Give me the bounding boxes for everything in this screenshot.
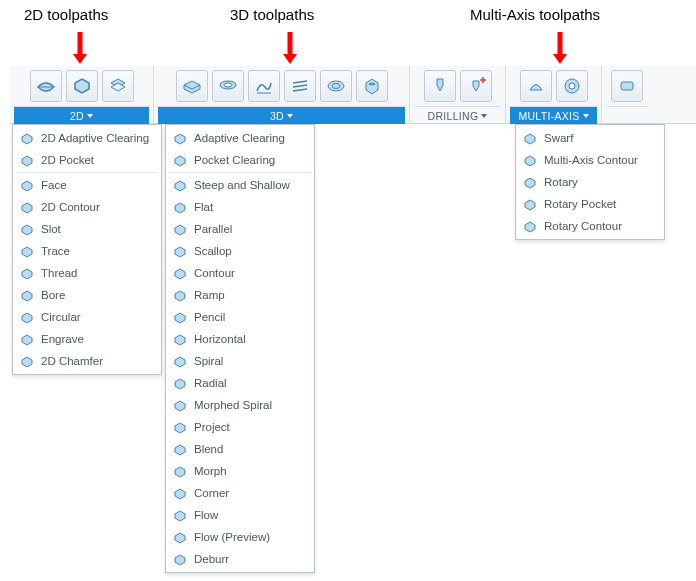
menu-3d-item-label: Flow <box>194 509 218 521</box>
icon-3d-spiral[interactable] <box>356 70 388 102</box>
icon-drill-plus[interactable] <box>460 70 492 102</box>
menu-3d-item-label: Pencil <box>194 311 225 323</box>
menu-multiaxis-item-label: Multi-Axis Contour <box>544 154 638 166</box>
icon-3d-steep[interactable] <box>248 70 280 102</box>
icon-2d-face[interactable] <box>102 70 134 102</box>
ribbon-button-2d[interactable]: 2D <box>14 106 149 124</box>
toolpath-icon <box>19 130 35 146</box>
icon-3d-scallop[interactable] <box>320 70 352 102</box>
toolpath-icon <box>172 529 188 545</box>
toolpath-icon <box>172 177 188 193</box>
toolpath-icon <box>522 218 538 234</box>
toolpath-icon <box>172 221 188 237</box>
icon-2d-adaptive[interactable] <box>30 70 62 102</box>
menu-2d-item[interactable]: Bore <box>13 284 161 306</box>
svg-rect-6 <box>621 82 633 90</box>
menu-2d-item[interactable]: 2D Contour <box>13 196 161 218</box>
menu-3d-item[interactable]: Flat <box>166 196 314 218</box>
toolpath-icon <box>522 130 538 146</box>
toolpath-icon <box>19 177 35 193</box>
menu-3d-item[interactable]: Steep and Shallow <box>166 174 314 196</box>
toolpath-icon <box>172 507 188 523</box>
menu-3d-item[interactable]: Project <box>166 416 314 438</box>
menu-3d-item[interactable]: Horizontal <box>166 328 314 350</box>
menu-2d-item-label: Thread <box>41 267 77 279</box>
menu-2d-item[interactable]: Circular <box>13 306 161 328</box>
toolpath-icon <box>172 199 188 215</box>
menu-multiaxis-item[interactable]: Rotary Pocket <box>516 193 664 215</box>
toolpath-icon <box>172 353 188 369</box>
ribbon-group-2d: 2D <box>10 66 154 124</box>
icon-next-group[interactable] <box>611 70 643 102</box>
menu-2d-item[interactable]: 2D Chamfer <box>13 350 161 372</box>
menu-3d-item[interactable]: Spiral <box>166 350 314 372</box>
icon-drill[interactable] <box>424 70 456 102</box>
svg-point-1 <box>224 83 232 87</box>
menu-multiaxis-item[interactable]: Multi-Axis Contour <box>516 149 664 171</box>
icon-3d-parallel[interactable] <box>284 70 316 102</box>
menu-3d-item-label: Parallel <box>194 223 232 235</box>
menu-2d-item[interactable]: 2D Pocket <box>13 149 161 171</box>
toolpath-icon <box>172 243 188 259</box>
ribbon-button-next[interactable] <box>606 106 648 124</box>
menu-3d-item[interactable]: Morph <box>166 460 314 482</box>
icon-multiaxis-contour[interactable] <box>556 70 588 102</box>
menu-multiaxis-item[interactable]: Rotary Contour <box>516 215 664 237</box>
icon-3d-pocket[interactable] <box>212 70 244 102</box>
menu-multiaxis-item[interactable]: Rotary <box>516 171 664 193</box>
menu-3d-item[interactable]: Adaptive Clearing <box>166 127 314 149</box>
menu-3d-item[interactable]: Pocket Clearing <box>166 149 314 171</box>
toolpath-icon <box>172 331 188 347</box>
menu-3d-item[interactable]: Flow (Preview) <box>166 526 314 548</box>
menu-3d-item[interactable]: Scallop <box>166 240 314 262</box>
menu-2d-item[interactable]: Slot <box>13 218 161 240</box>
menu-3d-item[interactable]: Pencil <box>166 306 314 328</box>
toolpath-icon <box>19 221 35 237</box>
icon-swarf[interactable] <box>520 70 552 102</box>
icon-3d-adaptive[interactable] <box>176 70 208 102</box>
menu-multiaxis-item[interactable]: Swarf <box>516 127 664 149</box>
ribbon-button-multiaxis[interactable]: MULTI-AXIS <box>510 106 597 124</box>
menu-3d-item-label: Ramp <box>194 289 225 301</box>
menu-2d-item-label: 2D Contour <box>41 201 100 213</box>
menu-2d-item[interactable]: Engrave <box>13 328 161 350</box>
menu-2d-item-label: 2D Chamfer <box>41 355 103 367</box>
toolpath-icon <box>172 152 188 168</box>
menu-2d-item[interactable]: 2D Adaptive Clearing <box>13 127 161 149</box>
menu-3d-item-label: Scallop <box>194 245 232 257</box>
menu-3d-item-label: Radial <box>194 377 227 389</box>
menu-3d-item[interactable]: Deburr <box>166 548 314 570</box>
menu-3d-item[interactable]: Blend <box>166 438 314 460</box>
toolpath-icon <box>172 287 188 303</box>
toolpath-icon <box>19 265 35 281</box>
menu-2d-item[interactable]: Thread <box>13 262 161 284</box>
ribbon-button-3d[interactable]: 3D <box>158 106 405 124</box>
toolpath-icon <box>19 199 35 215</box>
menu-3d-item-label: Spiral <box>194 355 223 367</box>
menu-3d-item[interactable]: Radial <box>166 372 314 394</box>
menu-2d-item-label: Face <box>41 179 67 191</box>
menu-3d-item[interactable]: Contour <box>166 262 314 284</box>
toolpath-icon <box>522 174 538 190</box>
toolpath-icon <box>172 265 188 281</box>
label-3d-toolpaths: 3D toolpaths <box>230 6 314 23</box>
menu-3d-item[interactable]: Flow <box>166 504 314 526</box>
menu-3d-item[interactable]: Corner <box>166 482 314 504</box>
menu-2d-item-label: Circular <box>41 311 81 323</box>
toolpath-icon <box>19 243 35 259</box>
menu-3d-item[interactable]: Morphed Spiral <box>166 394 314 416</box>
menu-2d-item[interactable]: Face <box>13 174 161 196</box>
ribbon-button-drilling[interactable]: DRILLING <box>414 106 501 124</box>
chevron-down-icon <box>481 114 487 121</box>
menu-3d-item[interactable]: Parallel <box>166 218 314 240</box>
menu-2d-item-label: Slot <box>41 223 61 235</box>
menu-2d-item-label: Bore <box>41 289 65 301</box>
toolpath-icon <box>172 485 188 501</box>
menu-3d-item-label: Morphed Spiral <box>194 399 272 411</box>
icon-2d-pocket[interactable] <box>66 70 98 102</box>
menu-2d-item[interactable]: Trace <box>13 240 161 262</box>
toolpath-icon <box>19 331 35 347</box>
toolpath-icon <box>19 287 35 303</box>
toolpath-icon <box>172 463 188 479</box>
menu-3d-item[interactable]: Ramp <box>166 284 314 306</box>
